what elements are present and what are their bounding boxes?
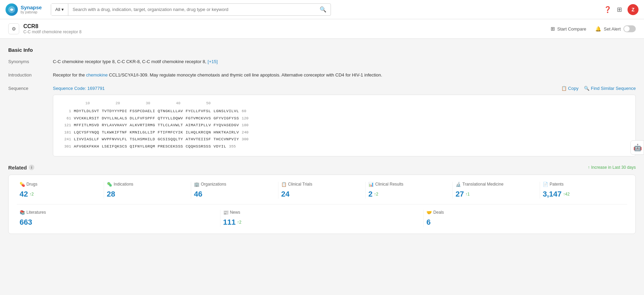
- related-section: Related i ↑ Increase in Last 30 days 💊 D…: [8, 165, 636, 234]
- related-item-label: 💊 Drugs: [20, 182, 101, 187]
- related-item-count: 46: [194, 190, 202, 199]
- start-compare-button[interactable]: ⊞ Start Compare: [547, 24, 590, 34]
- related-item-label-text: Clinical Results: [375, 182, 403, 187]
- related-item-label-text: News: [230, 210, 240, 215]
- chatbot-button[interactable]: 🤖: [630, 140, 644, 155]
- related-item[interactable]: 📚 Literatures 663: [17, 210, 220, 227]
- search-button[interactable]: 🔍: [315, 6, 331, 13]
- related-item-value: 2 ↑2: [368, 190, 450, 199]
- increase-label-text: Increase in Last 30 days: [591, 165, 636, 170]
- sequence-code-link[interactable]: Sequence Code: 1697791: [53, 85, 105, 92]
- seq-end-num: 60: [242, 108, 246, 115]
- related-item-icon: 💊: [20, 182, 25, 187]
- sequence-label: Sequence: [8, 85, 53, 91]
- find-similar-button[interactable]: 🔍 Find Similar Sequence: [584, 86, 636, 91]
- synonyms-more-link[interactable]: [+15]: [208, 59, 218, 64]
- ruler-mark-30: 30: [133, 101, 163, 107]
- logo-name: Synapse: [21, 5, 42, 11]
- related-item-count: 2: [368, 190, 372, 199]
- chevron-down-icon: ▾: [61, 7, 64, 12]
- related-item-label-text: Drugs: [26, 182, 37, 187]
- seq-start-num: 1: [59, 108, 71, 115]
- compare-icon: ⊞: [551, 26, 555, 32]
- related-item-value: 3,147 ↑42: [543, 190, 624, 199]
- related-item[interactable]: 🤝 Deals 6: [424, 210, 627, 227]
- related-item-label: 📰 News: [223, 210, 421, 215]
- related-info-icon[interactable]: i: [29, 165, 34, 170]
- copy-icon: 📋: [561, 86, 567, 91]
- sequence-ruler: 10 20 30 40 50: [59, 101, 630, 107]
- seq-end-num: 180: [242, 122, 249, 129]
- related-item-icon: 🤝: [426, 210, 432, 215]
- basic-info-section: Basic Info Synonyms C-C chemokine recept…: [8, 47, 636, 156]
- ruler-mark-40: 40: [163, 101, 193, 107]
- related-item-label: 🦠 Indications: [107, 182, 188, 187]
- help-icon: ❓: [604, 6, 611, 13]
- apps-button[interactable]: ⊞: [617, 6, 622, 13]
- sub-header-left: ⚙ CCR8 C-C motif chemokine receptor 8: [8, 23, 81, 34]
- ruler-mark-50: 50: [193, 101, 223, 107]
- related-item-value: 24: [281, 190, 363, 199]
- related-item-value: 27 ↑1: [456, 190, 537, 199]
- copy-label: Copy: [568, 86, 578, 91]
- related-item[interactable]: 📰 News 111 ↑2: [220, 210, 424, 227]
- sequence-lines-container: 1 MDYTLDLSVT TVTDYYYPDI FSSPCDAELI QTNGK…: [59, 108, 630, 150]
- seq-start-num: 61: [59, 116, 71, 122]
- filter-value: All: [55, 7, 60, 12]
- sequence-row: Sequence Sequence Code: 1697791 📋 Copy 🔍: [8, 85, 636, 156]
- related-item[interactable]: 📋 Clinical Trials 24: [278, 182, 366, 199]
- related-item-icon: 📋: [281, 182, 287, 187]
- related-item[interactable]: 💊 Drugs 42 ↑2: [17, 182, 104, 199]
- introduction-value: Receptor for the chemokine CCL1/SCYA1/I-…: [53, 72, 636, 79]
- related-item-icon: 📰: [223, 210, 229, 215]
- alert-wrap: 🔔 Set Alert: [595, 25, 636, 32]
- related-item[interactable]: 🏢 Organizations 46: [191, 182, 278, 199]
- user-avatar[interactable]: Z: [628, 4, 639, 15]
- increase-badge: ↑1: [465, 192, 470, 197]
- apps-grid-icon: ⊞: [617, 6, 622, 13]
- related-item-value: 28: [107, 190, 188, 199]
- seq-data: MFFITLMSVD RYLAVVHAVY ALKVRTIRMG TTLCLAV…: [74, 122, 239, 128]
- related-item-value: 111 ↑2: [223, 218, 421, 227]
- search-input[interactable]: [68, 7, 315, 12]
- introduction-label: Introduction: [8, 72, 53, 78]
- filter-dropdown[interactable]: All ▾: [51, 4, 68, 15]
- nav-icons: ❓ ⊞ Z: [604, 4, 639, 15]
- help-button[interactable]: ❓: [604, 6, 611, 13]
- related-item-label-text: Organizations: [201, 182, 226, 187]
- related-item-count: 3,147: [543, 190, 562, 199]
- related-grid-row2: 📚 Literatures 663 📰 News 111 ↑2 🤝 Deals …: [17, 210, 627, 227]
- synonyms-label: Synonyms: [8, 58, 53, 64]
- page-title-wrap: CCR8 C-C motif chemokine receptor 8: [23, 23, 81, 34]
- related-item-count: 24: [281, 190, 289, 199]
- seq-start-num: 301: [59, 144, 71, 150]
- alert-toggle[interactable]: [623, 25, 636, 32]
- related-item-value: 42 ↑2: [20, 190, 101, 199]
- related-item-label: 🏢 Organizations: [194, 182, 275, 187]
- related-item-count: 27: [456, 190, 464, 199]
- related-item[interactable]: 📊 Clinical Results 2 ↑2: [366, 182, 453, 199]
- related-item-icon: 🔬: [456, 182, 461, 187]
- related-item-icon: 📄: [543, 182, 548, 187]
- main-content: Basic Info Synonyms C-C chemokine recept…: [0, 39, 644, 295]
- logo-icon: [5, 3, 18, 16]
- seq-end-num: 300: [242, 137, 249, 143]
- sequence-code-value: 1697791: [87, 86, 105, 91]
- increase-badge: ↑42: [563, 192, 570, 197]
- copy-button[interactable]: 📋 Copy: [561, 86, 578, 91]
- related-header: Related i ↑ Increase in Last 30 days: [8, 165, 636, 170]
- synonyms-value: C-C chemokine receptor type 8, C-C CKR-8…: [53, 58, 636, 66]
- introduction-row: Introduction Receptor for the chemokine …: [8, 72, 636, 79]
- related-item[interactable]: 🔬 Translational Medicine 27 ↑1: [453, 182, 540, 199]
- related-item[interactable]: 📄 Patents 3,147 ↑42: [540, 182, 627, 199]
- sequence-line: 241 LIVVIASLLF WVPFNVVLFL TSLHSMHILD GCS…: [59, 136, 630, 143]
- related-item-count: 663: [20, 218, 32, 227]
- related-item[interactable]: 🦠 Indications 28: [104, 182, 191, 199]
- seq-end-num: 355: [229, 144, 236, 150]
- increase-label: ↑ Increase in Last 30 days: [588, 165, 636, 170]
- sequence-line: 1 MDYTLDLSVT TVTDYYYPDI FSSPCDAELI QTNGK…: [59, 108, 630, 115]
- related-item-count: 42: [20, 190, 28, 199]
- chemokine-link[interactable]: chemokine: [86, 72, 108, 78]
- related-item-label-text: Patents: [550, 182, 564, 187]
- settings-icon-wrap: ⚙: [8, 23, 19, 34]
